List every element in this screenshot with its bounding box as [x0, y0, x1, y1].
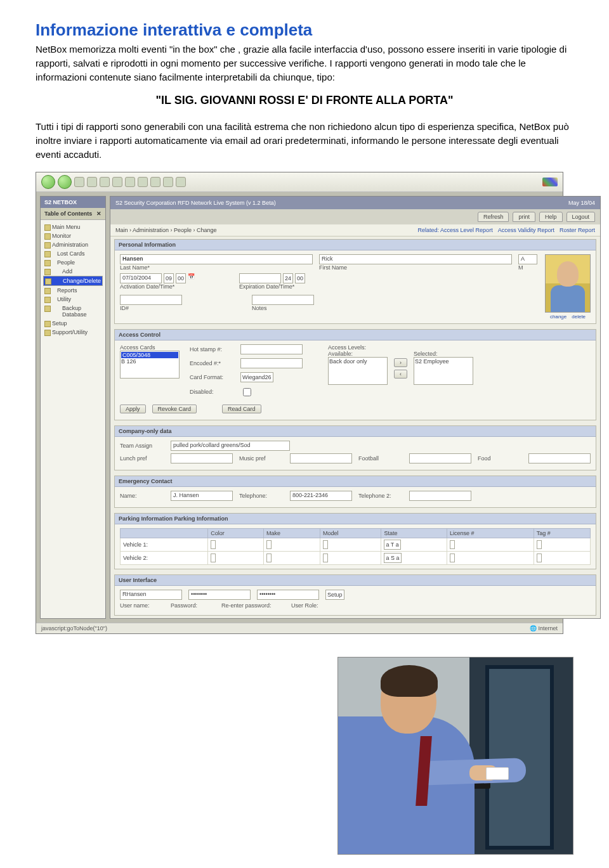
expiration-date-input[interactable]	[239, 273, 281, 283]
first-name-input[interactable]: Rick	[319, 254, 512, 264]
access-levels-label: Access Levels:	[328, 344, 473, 351]
v2-color[interactable]	[211, 554, 216, 562]
section-access: Access Control Access Cards C005/3048 B …	[114, 329, 596, 420]
photo-change-link[interactable]: change	[550, 314, 566, 320]
v2-state[interactable]: a S a	[384, 553, 401, 563]
em-tel-input[interactable]: 800-221-2346	[290, 491, 352, 501]
password2-input[interactable]: ••••••••	[257, 590, 319, 600]
section-access-header: Access Control	[115, 330, 596, 340]
v2-make[interactable]	[266, 554, 272, 562]
v2-model[interactable]	[323, 554, 328, 562]
close-icon[interactable]: ✕	[96, 211, 102, 217]
first-name-label: First Name	[319, 264, 512, 271]
v1-make[interactable]	[266, 540, 272, 549]
v1-license[interactable]	[450, 540, 455, 549]
apply-button[interactable]: Apply	[120, 405, 146, 413]
sidebar-item-backup[interactable]: Backup Database	[43, 304, 103, 319]
calendar-icon[interactable]: 📅	[188, 273, 195, 283]
music-input[interactable]	[290, 453, 352, 463]
stop-icon[interactable]	[74, 177, 84, 187]
sidebar-item-reports[interactable]: Reports	[43, 286, 103, 295]
photo-delete-link[interactable]: delete	[572, 314, 586, 320]
content-pane: S2 Security Corporation RFD Network Live…	[110, 196, 601, 619]
available-listbox[interactable]: Back door only	[328, 357, 388, 385]
v1-tag[interactable]	[537, 540, 542, 549]
sidebar-item-people[interactable]: People	[43, 258, 103, 267]
username-input[interactable]: RHansen	[120, 590, 182, 600]
forward-icon[interactable]	[58, 175, 72, 189]
home-icon[interactable]	[100, 177, 110, 187]
tab-refresh[interactable]: Refresh	[478, 212, 509, 222]
mail-icon[interactable]	[150, 177, 160, 187]
sidebar-item-add[interactable]: Add	[43, 267, 103, 276]
sidebar-item-monitor[interactable]: Monitor	[43, 231, 103, 240]
v2-license[interactable]	[450, 554, 455, 562]
notes-label: Notes	[252, 305, 314, 311]
section-emergency-header: Emergency Contact	[115, 476, 596, 487]
read-card-button[interactable]: Read Card	[222, 405, 261, 413]
link-roster-report[interactable]: Roster Report	[560, 227, 595, 233]
link-access-validity-report[interactable]: Access Validity Report	[498, 227, 554, 233]
expiration-min-select[interactable]: 00	[295, 273, 305, 283]
encoded-input[interactable]	[240, 358, 303, 368]
hotstamp-input[interactable]	[240, 344, 303, 354]
v1-model[interactable]	[323, 540, 328, 549]
v1-color[interactable]	[211, 540, 216, 549]
activation-hour-select[interactable]: 09	[164, 273, 174, 283]
encoded-label: Encoded #:*	[190, 360, 234, 366]
mi-input[interactable]: A	[518, 254, 537, 264]
last-name-input[interactable]: Hansen	[120, 254, 313, 264]
password2-label: Re-enter password:	[221, 602, 285, 609]
back-icon[interactable]	[41, 175, 55, 189]
search-icon[interactable]	[112, 177, 122, 187]
vehicle1-label: Vehicle 1:	[121, 538, 208, 551]
sidebar-item-support[interactable]: Support/Utility	[43, 328, 103, 337]
section-company-header: Company-only data	[115, 426, 596, 437]
page-title: Informazione interattiva e completa	[36, 20, 573, 40]
team-input[interactable]: pulled pork/collard greens/Sod	[171, 441, 290, 451]
activation-date-input[interactable]: 07/10/2004	[120, 273, 162, 283]
link-access-level-report[interactable]: Related: Access Level Report	[418, 227, 493, 233]
expiration-date-label: Expiration Date/Time*	[239, 283, 305, 290]
move-left-button[interactable]: ‹	[394, 370, 407, 379]
sidebar-item-changedelete[interactable]: Change/Delete	[43, 276, 103, 286]
disabled-checkbox[interactable]	[243, 388, 251, 396]
password-input[interactable]: ••••••••	[188, 590, 251, 600]
print-icon[interactable]	[163, 177, 173, 187]
notes-input[interactable]	[252, 295, 314, 305]
expiration-hour-select[interactable]: 24	[283, 273, 293, 283]
selected-listbox[interactable]: S2 Employee	[414, 357, 473, 385]
sidebar-item-setup[interactable]: Setup	[43, 319, 103, 328]
access-cards-listbox[interactable]: C005/3048 B 126	[120, 351, 180, 379]
food-label: Food	[478, 455, 522, 462]
v2-tag[interactable]	[537, 554, 542, 562]
role-select[interactable]: Setup	[325, 590, 344, 600]
access-card-icon	[486, 767, 509, 780]
sidebar-item-utility[interactable]: Utility	[43, 295, 103, 304]
move-right-button[interactable]: ›	[394, 358, 407, 367]
v1-state[interactable]: a T a	[384, 540, 400, 550]
music-label: Music pref	[239, 455, 284, 462]
activation-min-select[interactable]: 00	[176, 273, 186, 283]
table-row: Vehicle 1: a T a	[121, 538, 591, 551]
favorites-icon[interactable]	[125, 177, 135, 187]
history-icon[interactable]	[138, 177, 148, 187]
disabled-label: Disabled:	[190, 389, 234, 395]
intro-paragraph-1: NetBox memorizza molti eventi "in the bo…	[36, 42, 573, 84]
edit-icon[interactable]	[176, 177, 186, 187]
tab-print[interactable]: print	[513, 212, 535, 222]
lunch-input[interactable]	[171, 453, 233, 463]
food-input[interactable]	[528, 453, 591, 463]
sidebar-item-admin[interactable]: Administration	[43, 240, 103, 249]
id-input[interactable]	[120, 295, 182, 305]
tab-logout[interactable]: Logout	[566, 212, 596, 222]
refresh-icon[interactable]	[87, 177, 97, 187]
football-input[interactable]	[409, 453, 471, 463]
sidebar-item-lostcards[interactable]: Lost Cards	[43, 249, 103, 258]
em-name-input[interactable]: J. Hansen	[171, 491, 233, 501]
revoke-card-button[interactable]: Revoke Card	[152, 405, 197, 413]
sidebar-item-main[interactable]: Main Menu	[43, 223, 103, 231]
cardformat-select[interactable]: Wiegand26	[240, 372, 273, 382]
em-tel2-input[interactable]	[409, 491, 471, 501]
tab-help[interactable]: Help	[539, 212, 563, 222]
